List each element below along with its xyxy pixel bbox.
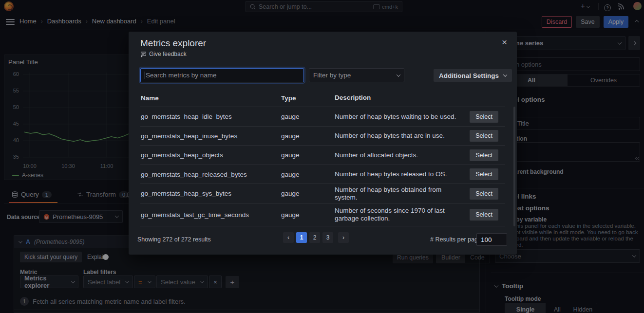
table-row: go_memstats_heap_sys_bytes gauge Number … xyxy=(140,184,505,203)
metric-name: go_memstats_heap_sys_bytes xyxy=(141,190,231,197)
table-header-row: Name Type Description xyxy=(140,89,505,107)
metric-description: Number of seconds since 1970 of last gar… xyxy=(335,207,462,222)
results-per-page-input[interactable]: 100 xyxy=(476,233,507,246)
select-metric-button[interactable]: Select xyxy=(470,130,498,142)
metric-description: Number of heap bytes that are in use. xyxy=(335,132,462,140)
next-page-button[interactable]: › xyxy=(338,232,349,243)
select-metric-button[interactable]: Select xyxy=(470,209,498,221)
metric-type: gauge xyxy=(281,113,300,120)
results-per-page-label: # Results per page xyxy=(430,236,481,243)
additional-settings-button[interactable]: Additional Settings xyxy=(434,69,512,82)
metric-type: gauge xyxy=(281,190,300,197)
metric-description: Number of heap bytes waiting to be used. xyxy=(335,113,462,121)
col-name-header: Name xyxy=(141,94,159,102)
filter-by-type-select[interactable]: Filter by type xyxy=(309,68,404,82)
grafana-app: Search or jump to... cmd+k + ? Home › Da… xyxy=(0,0,644,313)
metric-name: go_memstats_last_gc_time_seconds xyxy=(141,211,249,219)
table-row: go_memstats_heap_objects gauge Number of… xyxy=(140,145,505,165)
table-row: go_memstats_last_gc_time_seconds gauge N… xyxy=(140,203,505,226)
page-button-3[interactable]: 3 xyxy=(322,232,333,243)
metric-name: go_memstats_heap_idle_bytes xyxy=(141,113,232,120)
modal-title: Metrics explorer xyxy=(140,38,206,49)
metrics-search-input[interactable]: Search metrics by name xyxy=(140,68,304,82)
select-metric-button[interactable]: Select xyxy=(470,149,498,161)
select-metric-button[interactable]: Select xyxy=(470,168,498,180)
pagination: ‹ 1 2 3 › xyxy=(283,232,349,243)
metric-description: Number of heap bytes released to OS. xyxy=(335,170,462,178)
give-feedback-link[interactable]: Give feedback xyxy=(140,51,187,57)
metric-type: gauge xyxy=(281,151,300,159)
col-description-header: Description xyxy=(335,94,462,102)
table-row: go_memstats_heap_idle_bytes gauge Number… xyxy=(140,107,505,126)
metric-type: gauge xyxy=(281,132,300,140)
select-metric-button[interactable]: Select xyxy=(470,111,498,123)
modal-scrollbar[interactable] xyxy=(513,107,515,226)
page-button-2[interactable]: 2 xyxy=(309,232,320,243)
comment-icon xyxy=(140,51,147,57)
results-summary: Showing 272 of 272 results xyxy=(137,236,211,243)
close-icon[interactable]: × xyxy=(502,37,507,47)
metric-description: Number of allocated objects. xyxy=(335,151,462,159)
page-button-1[interactable]: 1 xyxy=(296,232,307,243)
metrics-explorer-modal: Metrics explorer × Give feedback Search … xyxy=(129,32,517,255)
prev-page-button[interactable]: ‹ xyxy=(283,232,294,243)
metric-description: Number of heap bytes obtained from syste… xyxy=(335,186,462,202)
metric-type: gauge xyxy=(281,171,300,178)
table-row: go_memstats_heap_inuse_bytes gauge Numbe… xyxy=(140,126,505,145)
metric-type: gauge xyxy=(281,211,300,219)
select-metric-button[interactable]: Select xyxy=(470,188,498,200)
metric-name: go_memstats_heap_released_bytes xyxy=(141,171,247,178)
table-row: go_memstats_heap_released_bytes gauge Nu… xyxy=(140,165,505,184)
metric-name: go_memstats_heap_inuse_bytes xyxy=(141,132,237,140)
col-type-header: Type xyxy=(281,94,296,102)
metric-name: go_memstats_heap_objects xyxy=(141,151,223,159)
